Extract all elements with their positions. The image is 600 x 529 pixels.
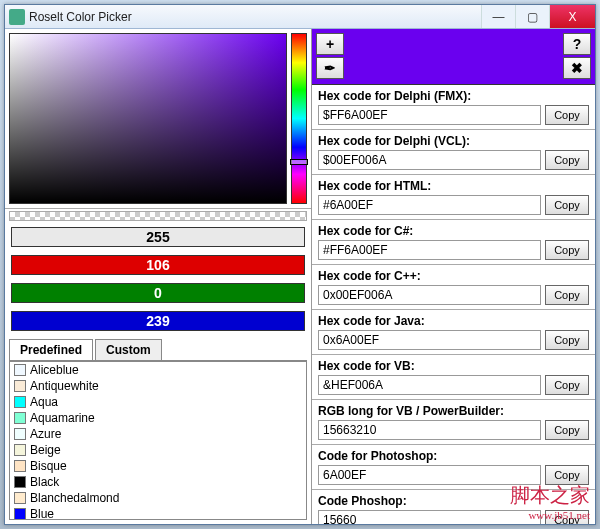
titlebar[interactable]: Roselt Color Picker — ▢ X bbox=[5, 5, 595, 29]
code-block: Hex code for Delphi (VCL):$00EF006ACopy bbox=[312, 130, 595, 175]
add-color-button[interactable]: + bbox=[316, 33, 344, 55]
red-slider[interactable]: 106 bbox=[11, 255, 305, 275]
color-swatch bbox=[14, 476, 26, 488]
code-value-field[interactable]: 15663210 bbox=[318, 420, 541, 440]
help-button[interactable]: ? bbox=[563, 33, 591, 55]
left-panel: 255 106 0 239 Predefined Custom Aliceblu… bbox=[5, 29, 312, 524]
color-name: Aliceblue bbox=[30, 363, 79, 377]
list-item[interactable]: Azure bbox=[10, 426, 306, 442]
code-label: Hex code for VB: bbox=[318, 357, 589, 375]
close-button[interactable]: X bbox=[549, 5, 595, 28]
copy-button[interactable]: Copy bbox=[545, 105, 589, 125]
color-name: Antiquewhite bbox=[30, 379, 99, 393]
color-name: Aquamarine bbox=[30, 411, 95, 425]
code-label: Hex code for C#: bbox=[318, 222, 589, 240]
preview-toolbar: + ✒ ? ✖ bbox=[312, 29, 595, 85]
code-label: Code Phoshop: bbox=[318, 492, 589, 510]
color-swatch bbox=[14, 444, 26, 456]
settings-button[interactable]: ✖ bbox=[563, 57, 591, 79]
code-block: Hex code for Java:0x6A00EFCopy bbox=[312, 310, 595, 355]
color-swatch bbox=[14, 492, 26, 504]
code-value-field[interactable]: &HEF006A bbox=[318, 375, 541, 395]
code-block: Code for Photoshop:6A00EFCopy bbox=[312, 445, 595, 490]
copy-button[interactable]: Copy bbox=[545, 330, 589, 350]
list-item[interactable]: Antiquewhite bbox=[10, 378, 306, 394]
blue-slider[interactable]: 239 bbox=[11, 311, 305, 331]
copy-button[interactable]: Copy bbox=[545, 195, 589, 215]
settings-icon: ✖ bbox=[571, 60, 583, 76]
copy-button[interactable]: Copy bbox=[545, 375, 589, 395]
color-swatch bbox=[14, 364, 26, 376]
app-icon bbox=[9, 9, 25, 25]
code-value-field[interactable]: #FF6A00EF bbox=[318, 240, 541, 260]
red-value: 106 bbox=[146, 257, 169, 273]
green-slider[interactable]: 0 bbox=[11, 283, 305, 303]
color-name: Bisque bbox=[30, 459, 67, 473]
predefined-color-list[interactable]: AliceblueAntiquewhiteAquaAquamarineAzure… bbox=[9, 361, 307, 520]
alpha-value: 255 bbox=[146, 229, 169, 245]
color-swatch bbox=[14, 380, 26, 392]
list-item[interactable]: Black bbox=[10, 474, 306, 490]
code-value-field[interactable]: #6A00EF bbox=[318, 195, 541, 215]
hue-slider[interactable] bbox=[291, 33, 307, 204]
saturation-value-panel[interactable] bbox=[9, 33, 287, 204]
code-value-field[interactable]: 0x00EF006A bbox=[318, 285, 541, 305]
color-name: Azure bbox=[30, 427, 61, 441]
copy-button[interactable]: Copy bbox=[545, 510, 589, 524]
color-name: Beige bbox=[30, 443, 61, 457]
copy-button[interactable]: Copy bbox=[545, 240, 589, 260]
tab-custom[interactable]: Custom bbox=[95, 339, 162, 360]
code-block: Hex code for VB:&HEF006ACopy bbox=[312, 355, 595, 400]
help-icon: ? bbox=[573, 36, 582, 52]
list-item[interactable]: Bisque bbox=[10, 458, 306, 474]
copy-button[interactable]: Copy bbox=[545, 420, 589, 440]
list-item[interactable]: Blanchedalmond bbox=[10, 490, 306, 506]
copy-button[interactable]: Copy bbox=[545, 150, 589, 170]
list-item[interactable]: Blue bbox=[10, 506, 306, 520]
code-label: Hex code for C++: bbox=[318, 267, 589, 285]
code-label: Hex code for Delphi (VCL): bbox=[318, 132, 589, 150]
hue-slider-handle[interactable] bbox=[290, 159, 308, 165]
maximize-button[interactable]: ▢ bbox=[515, 5, 549, 28]
code-block: Hex code for HTML:#6A00EFCopy bbox=[312, 175, 595, 220]
code-block: Hex code for Delphi (FMX):$FF6A00EFCopy bbox=[312, 85, 595, 130]
color-swatch bbox=[14, 508, 26, 520]
eyedropper-icon: ✒ bbox=[324, 60, 336, 76]
code-block: Hex code for C#:#FF6A00EFCopy bbox=[312, 220, 595, 265]
tab-predefined[interactable]: Predefined bbox=[9, 339, 93, 360]
color-name: Aqua bbox=[30, 395, 58, 409]
window-title: Roselt Color Picker bbox=[29, 10, 481, 24]
color-name: Blue bbox=[30, 507, 54, 520]
code-value-field[interactable]: 15660 bbox=[318, 510, 541, 524]
green-value: 0 bbox=[154, 285, 162, 301]
alpha-slider[interactable]: 255 bbox=[11, 227, 305, 247]
copy-button[interactable]: Copy bbox=[545, 465, 589, 485]
code-block: RGB long for VB / PowerBuilder:15663210C… bbox=[312, 400, 595, 445]
color-swatch bbox=[14, 460, 26, 472]
list-item[interactable]: Aliceblue bbox=[10, 362, 306, 378]
code-label: Code for Photoshop: bbox=[318, 447, 589, 465]
alpha-strip[interactable] bbox=[9, 211, 307, 221]
code-block: Hex code for C++:0x00EF006ACopy bbox=[312, 265, 595, 310]
eyedropper-button[interactable]: ✒ bbox=[316, 57, 344, 79]
code-label: Hex code for Delphi (FMX): bbox=[318, 87, 589, 105]
list-item[interactable]: Aqua bbox=[10, 394, 306, 410]
app-window: Roselt Color Picker — ▢ X 255 106 0 bbox=[4, 4, 596, 525]
color-swatch bbox=[14, 412, 26, 424]
color-name: Blanchedalmond bbox=[30, 491, 119, 505]
right-panel: + ✒ ? ✖ Hex code for Delphi (FMX):$FF6A0… bbox=[312, 29, 595, 524]
plus-icon: + bbox=[326, 36, 334, 52]
code-label: RGB long for VB / PowerBuilder: bbox=[318, 402, 589, 420]
copy-button[interactable]: Copy bbox=[545, 285, 589, 305]
code-value-field[interactable]: $FF6A00EF bbox=[318, 105, 541, 125]
color-swatch bbox=[14, 428, 26, 440]
minimize-button[interactable]: — bbox=[481, 5, 515, 28]
code-value-field[interactable]: $00EF006A bbox=[318, 150, 541, 170]
code-value-field[interactable]: 0x6A00EF bbox=[318, 330, 541, 350]
code-block: Code Phoshop:15660Copy bbox=[312, 490, 595, 524]
code-label: Hex code for HTML: bbox=[318, 177, 589, 195]
list-item[interactable]: Beige bbox=[10, 442, 306, 458]
blue-value: 239 bbox=[146, 313, 169, 329]
list-item[interactable]: Aquamarine bbox=[10, 410, 306, 426]
code-value-field[interactable]: 6A00EF bbox=[318, 465, 541, 485]
